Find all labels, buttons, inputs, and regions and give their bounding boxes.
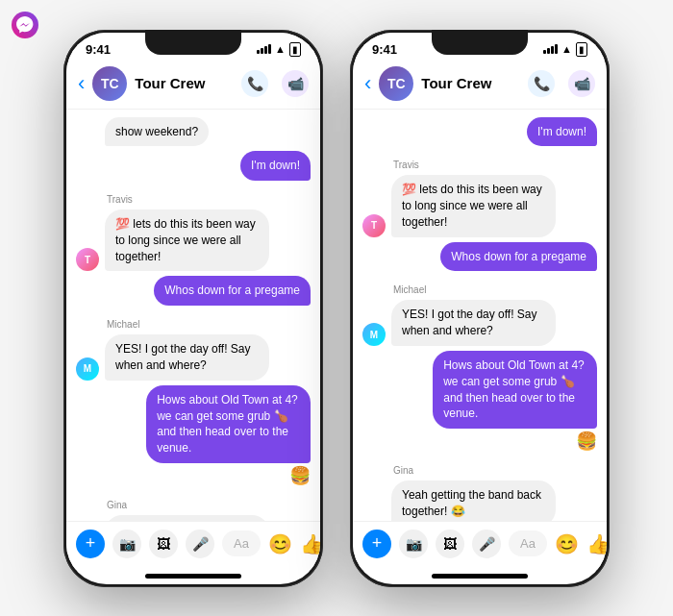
chat-header-1: ‹ TC Tour Crew 📞 📹 [66, 61, 320, 110]
msg-bubble: show weekend? [105, 117, 209, 147]
msg-bubble: Hows about Old Town at 4? we can get som… [146, 385, 311, 463]
camera-button-1[interactable]: 📷 [112, 530, 141, 558]
sender-label: Gina [107, 495, 311, 512]
msg-bubble: I'm down! [240, 151, 311, 181]
status-icons-1: ▲ ▮ [257, 42, 301, 57]
sender-label: Travis [107, 189, 311, 207]
back-button-2[interactable]: ‹ [364, 73, 371, 94]
call-button-2[interactable]: 📞 [528, 70, 555, 97]
chat-toolbar-2: + 📷 🖼 🎤 Aa 😊 👍 [353, 521, 607, 570]
msg-content: Whos down for a pregame [440, 242, 597, 272]
wifi-icon-2: ▲ [561, 43, 572, 55]
msg-content: YES! I got the day off! Say when and whe… [105, 334, 269, 381]
msg-content: I'm down! [527, 117, 597, 147]
header-info-1: Tour Crew [135, 75, 234, 91]
camera-button-2[interactable]: 📷 [399, 530, 428, 558]
msg-bubble: YES! I got the day off! Say when and whe… [105, 334, 269, 381]
msg-row: T 💯 lets do this its been way to long si… [76, 209, 311, 271]
thumb-button-2[interactable]: 👍 [586, 532, 607, 555]
phone-1-inner: 9:41 ▲ ▮ ‹ TC Tour Crew [66, 33, 320, 584]
battery-icon-1: ▮ [289, 42, 301, 57]
group-name-1: Tour Crew [135, 75, 234, 91]
travis-avatar: T [76, 248, 99, 271]
svg-point-0 [12, 12, 38, 38]
msg-content: Hows about Old Town at 4? we can get som… [433, 351, 597, 452]
emoji-button-1[interactable]: 😊 [268, 532, 292, 555]
notch-2 [432, 30, 528, 55]
video-button-2[interactable]: 📹 [568, 70, 595, 97]
group-avatar-2: TC [379, 66, 413, 101]
emoji-reaction: 🍔 [146, 465, 311, 486]
msg-row: Hows about Old Town at 4? we can get som… [76, 385, 311, 486]
message-input-1[interactable]: Aa [222, 530, 261, 556]
msg-bubble: Whos down for a pregame [440, 242, 597, 272]
msg-bubble: 💯 lets do this its been way to long sinc… [105, 209, 269, 271]
thumb-button-1[interactable]: 👍 [300, 532, 320, 555]
msg-row: I'm down! [362, 117, 597, 147]
msg-row: I'm down! [76, 151, 311, 181]
group-name-2: Tour Crew [421, 75, 520, 91]
header-info-2: Tour Crew [421, 75, 520, 91]
home-indicator-2 [432, 574, 528, 579]
msg-bubble: 💯 lets do this its been way to long sinc… [391, 175, 556, 236]
msg-row: T 💯 lets do this its been way to long si… [362, 175, 597, 236]
video-button-1[interactable]: 📹 [282, 70, 309, 97]
msg-bubble: Whos down for a pregame [154, 276, 311, 306]
messenger-logo [12, 12, 38, 38]
status-icons-2: ▲ ▮ [543, 42, 587, 57]
notch-1 [145, 30, 241, 55]
msg-row: M YES! I got the day off! Say when and w… [362, 300, 597, 346]
msg-row: Whos down for a pregame [76, 276, 311, 306]
travis-avatar-2: T [362, 214, 386, 237]
time-2: 9:41 [372, 42, 397, 57]
group-avatar-1: TC [92, 66, 127, 101]
msg-content: Hows about Old Town at 4? we can get som… [146, 385, 311, 486]
call-button-1[interactable]: 📞 [241, 70, 268, 97]
msg-bubble: Hows about Old Town at 4? we can get som… [433, 351, 597, 429]
sender-label: Gina [393, 460, 597, 478]
msg-row: G Yeah getting the band back together! 😂… [362, 480, 597, 520]
msg-content: YES! I got the day off! Say when and whe… [391, 300, 556, 346]
signal-icon-2 [543, 44, 558, 54]
sender-label: Travis [393, 155, 597, 172]
msg-content: show weekend? [105, 117, 209, 147]
battery-icon-2: ▮ [576, 42, 587, 57]
msg-row: Hows about Old Town at 4? we can get som… [362, 351, 597, 452]
emoji-button-2[interactable]: 😊 [555, 532, 579, 555]
back-button-1[interactable]: ‹ [78, 73, 85, 94]
michael-avatar: M [76, 357, 99, 381]
signal-icon-1 [257, 44, 271, 54]
phones-container: 9:41 ▲ ▮ ‹ TC Tour Crew [44, 11, 629, 606]
mic-button-2[interactable]: 🎤 [472, 530, 501, 558]
wifi-icon-1: ▲ [275, 43, 286, 55]
header-actions-1: 📞 📹 [241, 70, 309, 97]
msg-row: show weekend? [76, 117, 311, 147]
msg-row: M YES! I got the day off! Say when and w… [76, 334, 311, 381]
home-indicator-1 [145, 574, 241, 579]
phone-1: 9:41 ▲ ▮ ‹ TC Tour Crew [63, 30, 323, 587]
time-1: 9:41 [86, 42, 111, 57]
image-button-1[interactable]: 🖼 [149, 530, 178, 558]
phone-2-inner: 9:41 ▲ ▮ ‹ TC Tour Crew [353, 33, 607, 584]
msg-bubble: Yeah getting the band back together! 😂 [391, 480, 556, 520]
msg-content: 💯 lets do this its been way to long sinc… [105, 209, 269, 271]
phone-2: 9:41 ▲ ▮ ‹ TC Tour Crew [350, 30, 610, 587]
messages-area-2: I'm down! Travis T 💯 lets do this its be… [353, 110, 607, 521]
msg-content: 💯 lets do this its been way to long sinc… [391, 175, 556, 236]
plus-button-2[interactable]: + [362, 530, 391, 558]
msg-bubble: I'm down! [527, 117, 597, 147]
msg-content: Whos down for a pregame [154, 276, 311, 306]
sender-label: Michael [393, 280, 597, 297]
michael-avatar-2: M [362, 323, 386, 346]
messages-area-1: show weekend? I'm down! Travis T 💯 lets [66, 110, 320, 521]
emoji-reaction: 🍔 [433, 431, 597, 452]
mic-button-1[interactable]: 🎤 [186, 530, 214, 558]
image-button-2[interactable]: 🖼 [436, 530, 464, 558]
msg-content: I'm down! [240, 151, 311, 181]
msg-content: Yeah getting the band back together! 😂 👍 [391, 480, 556, 520]
plus-button-1[interactable]: + [76, 530, 105, 558]
message-input-2[interactable]: Aa [509, 530, 547, 556]
header-actions-2: 📞 📹 [528, 70, 595, 97]
msg-bubble: YES! I got the day off! Say when and whe… [391, 300, 556, 346]
chat-header-2: ‹ TC Tour Crew 📞 📹 [353, 61, 607, 110]
